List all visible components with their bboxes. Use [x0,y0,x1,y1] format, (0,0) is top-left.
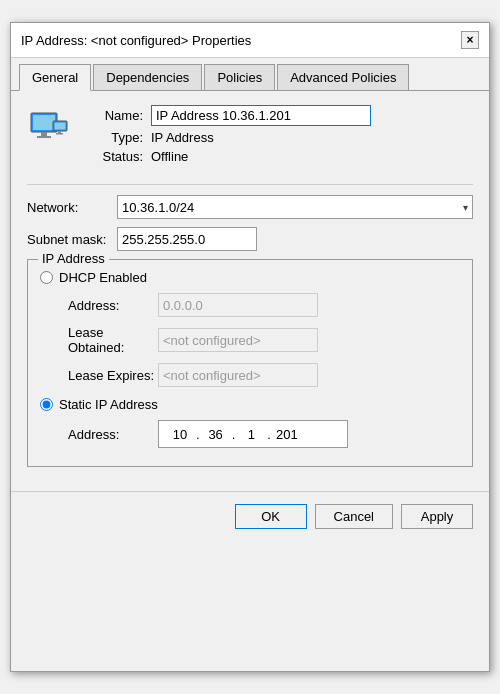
network-row: Network: 10.36.1.0/24 ▾ [27,195,473,219]
resource-fields: Name: Type: IP Address Status: Offline [83,105,473,168]
computer-network-icon [27,105,71,149]
tab-advanced-policies[interactable]: Advanced Policies [277,64,409,90]
lease-obtained-row: Lease Obtained: [68,325,460,355]
status-row: Status: Offline [83,149,473,164]
lease-expires-row: Lease Expires: [68,363,460,387]
ip-input-group[interactable]: . . . [158,420,348,448]
dialog: IP Address: <not configured> Properties … [10,22,490,672]
ip-dot-3: . [267,427,271,442]
subnet-row: Subnet mask: [27,227,473,251]
dhcp-address-row: Address: [68,293,460,317]
ip-octet-1[interactable] [165,427,195,442]
static-radio[interactable] [40,398,53,411]
name-row: Name: [83,105,473,126]
network-dropdown[interactable]: 10.36.1.0/24 ▾ [117,195,473,219]
tab-policies[interactable]: Policies [204,64,275,90]
network-value: 10.36.1.0/24 [122,200,194,215]
subnet-label: Subnet mask: [27,232,117,247]
lease-expires-input [158,363,318,387]
group-label: IP Address [38,251,109,266]
close-button[interactable]: × [461,31,479,49]
content-area: Name: Type: IP Address Status: Offline N… [11,91,489,481]
svg-rect-1 [33,115,55,130]
dialog-title: IP Address: <not configured> Properties [21,33,251,48]
static-fields: Address: . . . [68,420,460,448]
name-label: Name: [83,108,143,123]
static-address-row: Address: . . . [68,420,460,448]
static-radio-row: Static IP Address [40,397,460,412]
svg-rect-5 [55,123,66,130]
type-value: IP Address [151,130,214,145]
name-input[interactable] [151,105,371,126]
apply-button[interactable]: Apply [401,504,473,529]
bottom-bar: OK Cancel Apply [11,491,489,541]
svg-rect-2 [41,132,47,136]
cancel-button[interactable]: Cancel [315,504,393,529]
ip-octet-4[interactable] [272,427,302,442]
type-label: Type: [83,130,143,145]
ip-dot-2: . [232,427,236,442]
ip-address-group: IP Address DHCP Enabled Address: Lease O… [27,259,473,467]
status-label: Status: [83,149,143,164]
dhcp-radio[interactable] [40,271,53,284]
separator-1 [27,184,473,185]
resource-icon [27,105,71,149]
lease-expires-label: Lease Expires: [68,368,158,383]
tab-bar: General Dependencies Policies Advanced P… [11,58,489,91]
dhcp-label: DHCP Enabled [59,270,147,285]
dhcp-address-input [158,293,318,317]
tab-general[interactable]: General [19,64,91,91]
static-address-label: Address: [68,427,158,442]
ip-octet-3[interactable] [236,427,266,442]
network-label: Network: [27,200,117,215]
subnet-input[interactable] [117,227,257,251]
resource-header: Name: Type: IP Address Status: Offline [27,105,473,168]
chevron-down-icon: ▾ [463,202,468,213]
ip-octet-2[interactable] [201,427,231,442]
svg-rect-6 [58,131,61,133]
dhcp-fields: Address: Lease Obtained: Lease Expires: [68,293,460,387]
lease-obtained-label: Lease Obtained: [68,325,158,355]
svg-rect-7 [56,133,63,135]
tab-dependencies[interactable]: Dependencies [93,64,202,90]
status-value: Offline [151,149,188,164]
dhcp-address-label: Address: [68,298,158,313]
dhcp-radio-row: DHCP Enabled [40,270,460,285]
ip-dot-1: . [196,427,200,442]
lease-obtained-input [158,328,318,352]
title-bar: IP Address: <not configured> Properties … [11,23,489,58]
svg-rect-3 [37,136,51,138]
ok-button[interactable]: OK [235,504,307,529]
type-row: Type: IP Address [83,130,473,145]
static-label: Static IP Address [59,397,158,412]
